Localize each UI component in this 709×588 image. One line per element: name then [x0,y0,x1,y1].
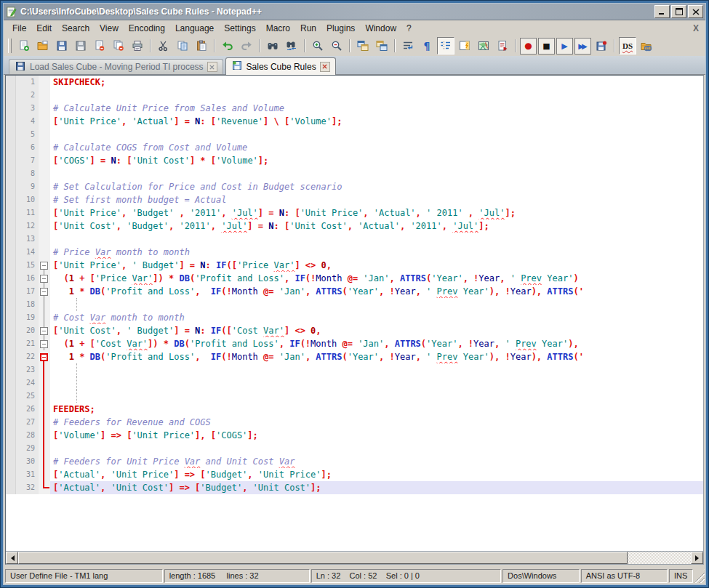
tab-inactive-0[interactable]: Load Sales Cube - Moving Period TI proce… [9,59,223,74]
replace-icon[interactable] [283,37,300,55]
bookmark-margin[interactable] [6,272,16,285]
minimize-button[interactable] [654,5,670,18]
zoom-out-icon[interactable] [328,37,345,55]
close-all-icon[interactable] [110,37,127,55]
save-all-icon[interactable] [72,37,89,55]
sync-horizontal-icon[interactable] [373,37,390,55]
fold-toggle-icon[interactable] [40,353,48,361]
find-icon[interactable] [264,37,281,55]
bookmark-margin[interactable] [6,481,16,494]
scroll-left-button[interactable] [6,552,18,564]
zoom-in-icon[interactable] [309,37,327,55]
close-button[interactable] [688,5,703,18]
menu-item-language[interactable]: Language [170,22,219,35]
bookmark-margin[interactable] [6,128,16,141]
save-macro-icon[interactable] [593,37,610,55]
bookmark-margin[interactable] [6,102,16,115]
scroll-right-button[interactable] [691,552,703,564]
sync-vertical-icon[interactable] [354,37,372,55]
bookmark-margin[interactable] [6,468,16,481]
bookmark-margin[interactable] [6,429,16,442]
bookmark-margin[interactable] [6,141,16,154]
print-icon[interactable] [129,37,146,55]
menu-item-view[interactable]: View [95,22,124,35]
bookmark-margin[interactable] [6,390,16,403]
open-file-icon[interactable] [34,37,52,55]
monitor-icon[interactable] [494,37,511,55]
fold-toggle-icon[interactable] [40,262,48,270]
fold-margin[interactable] [39,285,50,298]
bookmark-margin[interactable] [6,403,16,416]
bookmark-margin[interactable] [6,220,16,233]
bookmark-margin[interactable] [6,350,16,363]
resize-grip[interactable] [694,569,705,583]
project-panel-icon[interactable] [638,37,655,55]
bookmark-margin[interactable] [6,180,16,193]
menu-item-search[interactable]: Search [57,22,95,35]
menu-item-edit[interactable]: Edit [31,22,57,35]
menu-item-encoding[interactable]: Encoding [124,22,170,35]
tab-close-icon[interactable] [320,62,330,72]
fold-toggle-icon[interactable] [40,288,48,296]
record-macro-icon[interactable]: ● [520,38,537,55]
copy-icon[interactable] [174,37,191,55]
bookmark-margin[interactable] [6,298,16,311]
bookmark-margin[interactable] [6,285,16,298]
editor-text-area[interactable]: 1SKIPCHECK;23# Calculate Unit Price from… [6,76,703,551]
save-file-icon[interactable] [53,37,71,55]
show-all-chars-icon[interactable]: ¶ [418,37,436,55]
fold-toggle-icon[interactable] [40,275,48,283]
bookmark-margin[interactable] [6,455,16,468]
paste-icon[interactable] [193,37,210,55]
redo-icon[interactable] [238,37,255,55]
scrollbar-thumb[interactable] [18,552,628,564]
bookmark-margin[interactable] [6,154,16,167]
horizontal-scrollbar[interactable] [6,551,703,564]
bookmark-margin[interactable] [6,376,16,390]
maximize-button[interactable] [671,5,686,18]
bookmark-margin[interactable] [6,233,16,246]
run-macro-multi-icon[interactable]: ▶▶ [574,38,591,55]
bookmark-margin[interactable] [6,167,16,180]
menu-item-window[interactable]: Window [360,22,401,35]
fold-margin[interactable] [39,272,50,285]
doc-map-icon[interactable] [456,37,473,55]
cut-icon[interactable] [155,37,172,55]
bookmark-margin[interactable] [6,115,16,128]
bookmark-margin[interactable] [6,193,16,206]
scrollbar-track[interactable] [628,552,691,564]
undo-icon[interactable] [219,37,236,55]
close-file-icon[interactable] [91,37,108,55]
doc-switcher-icon[interactable]: DS [619,37,636,55]
tab-active-1[interactable]: Sales Cube Rules [225,57,336,75]
tab-close-icon[interactable] [207,62,217,72]
play-macro-icon[interactable]: ▶ [556,38,573,55]
bookmark-margin[interactable] [6,89,16,102]
fold-margin[interactable] [39,324,50,337]
menu-item-help[interactable]: ? [401,22,417,35]
bookmark-margin[interactable] [6,246,16,259]
close-document-x-icon[interactable]: X [693,23,699,33]
bookmark-margin[interactable] [6,259,16,272]
fold-margin[interactable] [39,350,50,363]
menu-item-plugins[interactable]: Plugins [321,22,360,35]
bookmark-margin[interactable] [6,76,16,89]
bookmark-margin[interactable] [6,337,16,350]
title-bar[interactable]: C:\Users\InfoCube\Desktop\Sales Cube Rul… [4,4,705,20]
bookmark-margin[interactable] [6,442,16,455]
new-file-icon[interactable] [15,37,33,55]
menu-item-settings[interactable]: Settings [219,22,260,35]
menu-item-run[interactable]: Run [295,22,321,35]
fold-margin[interactable] [39,337,50,350]
function-list-icon[interactable] [475,37,492,55]
fold-margin[interactable] [39,259,50,272]
bookmark-margin[interactable] [6,416,16,429]
word-wrap-icon[interactable] [399,37,417,55]
bookmark-margin[interactable] [6,206,16,220]
stop-macro-icon[interactable]: ■ [538,38,555,55]
fold-toggle-icon[interactable] [40,340,48,348]
bookmark-margin[interactable] [6,311,16,324]
fold-toggle-icon[interactable] [40,327,48,335]
menu-item-file[interactable]: File [7,22,31,35]
bookmark-margin[interactable] [6,324,16,337]
